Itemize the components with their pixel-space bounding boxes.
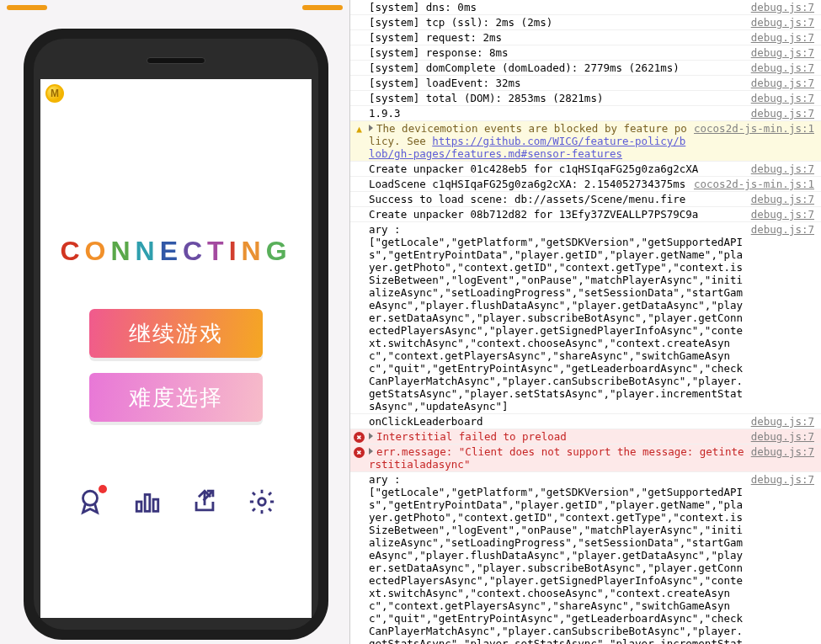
- coin-icon: M: [45, 84, 64, 103]
- simulator-pane: M 70 CONNECTING 继续游戏 难度选择: [0, 0, 349, 644]
- progress-bar-right: [302, 5, 343, 10]
- console-source-link[interactable]: debug.js:7: [751, 1, 814, 13]
- console-message: Create unpacker 01c428eb5 for c1qHSIqaFG…: [369, 162, 744, 175]
- console-row[interactable]: ary : ["getLocale","getPlatform","getSDK…: [350, 222, 821, 414]
- console-row[interactable]: [system] dns: 0msdebug.js:7: [350, 0, 821, 15]
- console-message: LoadScene c1qHSIqaFG25g0za6g2cXA: 2.1540…: [369, 178, 687, 190]
- share-icon[interactable]: [190, 487, 219, 516]
- console-row[interactable]: onClickLeaderboarddebug.js:7: [350, 414, 821, 429]
- console-message: [system] tcp (ssl): 2ms (2ms): [369, 16, 744, 29]
- console-message: Success to load scene: db://assets/Scene…: [369, 193, 744, 205]
- console-source-link[interactable]: debug.js:7: [751, 208, 814, 221]
- svg-rect-3: [153, 499, 158, 511]
- console-message: Interstitial failed to preload: [369, 430, 744, 443]
- console-row[interactable]: [system] total (DOM): 2853ms (2821ms)deb…: [350, 91, 821, 106]
- svg-point-0: [83, 491, 98, 505]
- console-source-link[interactable]: debug.js:7: [751, 16, 814, 29]
- console-message: [system] dns: 0ms: [369, 1, 744, 13]
- title-letter: N: [242, 236, 266, 267]
- console-message: onClickLeaderboard: [369, 415, 744, 428]
- title-letter: E: [160, 236, 183, 267]
- console-row[interactable]: Success to load scene: db://assets/Scene…: [350, 192, 821, 207]
- leaderboard-icon[interactable]: [133, 487, 162, 516]
- console-source-link[interactable]: debug.js:7: [751, 77, 814, 89]
- console-source-link[interactable]: debug.js:7: [751, 31, 814, 44]
- title-letter: O: [85, 236, 111, 267]
- svg-point-4: [259, 498, 266, 506]
- console-row[interactable]: LoadScene c1qHSIqaFG25g0za6g2cXA: 2.1540…: [350, 177, 821, 192]
- console-link[interactable]: https://github.com/WICG/feature-policy/b…: [369, 135, 685, 160]
- continue-game-button[interactable]: 继续游戏: [89, 309, 263, 358]
- console-message: [system] total (DOM): 2853ms (2821ms): [369, 92, 744, 104]
- console-source-link[interactable]: cocos2d-js-min.js:1: [694, 178, 814, 190]
- coin-hud: M 70: [45, 84, 94, 103]
- console-row[interactable]: Create unpacker 08b712d82 for 13Efy37ZVE…: [350, 207, 821, 222]
- console-source-link[interactable]: debug.js:7: [751, 430, 814, 443]
- icon-row: [40, 487, 312, 516]
- phone-speaker: [147, 57, 205, 64]
- console-row[interactable]: err.message: "Client does not support th…: [350, 444, 821, 472]
- difficulty-select-button[interactable]: 难度选择: [89, 373, 263, 422]
- phone-bezel: M 70 CONNECTING 继续游戏 难度选择: [34, 39, 318, 630]
- title-letter: N: [110, 236, 135, 267]
- console-message: Create unpacker 08b712d82 for 13Efy37ZVE…: [369, 208, 744, 221]
- console-source-link[interactable]: cocos2d-js-min.js:1: [694, 122, 814, 135]
- console-row[interactable]: [system] request: 2msdebug.js:7: [350, 30, 821, 45]
- console-source-link[interactable]: debug.js:7: [751, 223, 814, 236]
- console-row[interactable]: The devicemotion events are blocked by f…: [350, 121, 821, 162]
- console-row[interactable]: Create unpacker 01c428eb5 for c1qHSIqaFG…: [350, 162, 821, 177]
- console-message: [system] request: 2ms: [369, 31, 744, 44]
- title-letter: C: [60, 236, 84, 267]
- console-source-link[interactable]: debug.js:7: [751, 46, 814, 59]
- game-title: CONNECTING: [40, 236, 312, 267]
- svg-rect-2: [145, 495, 150, 512]
- svg-rect-1: [136, 502, 141, 511]
- phone-frame: M 70 CONNECTING 继续游戏 难度选择: [24, 29, 328, 640]
- console-message: [system] domComplete (domLoaded): 2779ms…: [369, 61, 744, 74]
- console-message: [system] response: 8ms: [369, 46, 744, 59]
- progress-bars: [0, 0, 349, 13]
- console-row[interactable]: 1.9.3debug.js:7: [350, 106, 821, 121]
- console-message: ary : ["getLocale","getPlatform","getSDK…: [369, 473, 744, 644]
- console-message: The devicemotion events are blocked by f…: [369, 122, 687, 160]
- console-source-link[interactable]: debug.js:7: [751, 92, 814, 104]
- console-message: 1.9.3: [369, 107, 744, 120]
- coin-count: 70: [62, 86, 94, 101]
- console-row[interactable]: [system] response: 8msdebug.js:7: [350, 45, 821, 61]
- menu-buttons: 继续游戏 难度选择: [40, 309, 312, 422]
- game-screen[interactable]: M 70 CONNECTING 继续游戏 难度选择: [40, 79, 312, 618]
- settings-icon[interactable]: [248, 487, 276, 516]
- disclosure-caret-icon[interactable]: [369, 433, 373, 439]
- title-letter: I: [229, 236, 242, 267]
- devtools-console[interactable]: [system] dns: 0msdebug.js:7[system] tcp …: [349, 0, 821, 644]
- badge-icon[interactable]: [76, 487, 104, 516]
- console-row[interactable]: ary : ["getLocale","getPlatform","getSDK…: [350, 472, 821, 644]
- console-source-link[interactable]: debug.js:7: [751, 445, 814, 458]
- title-letter: T: [207, 236, 229, 267]
- console-row[interactable]: [system] tcp (ssl): 2ms (2ms)debug.js:7: [350, 15, 821, 30]
- progress-bar-left: [7, 5, 47, 10]
- disclosure-caret-icon[interactable]: [369, 125, 373, 131]
- title-letter: C: [183, 236, 207, 267]
- notification-dot: [99, 485, 107, 493]
- console-source-link[interactable]: debug.js:7: [751, 193, 814, 205]
- console-row[interactable]: [system] loadEvent: 32msdebug.js:7: [350, 76, 821, 91]
- console-message: [system] loadEvent: 32ms: [369, 77, 744, 89]
- console-message: ary : ["getLocale","getPlatform","getSDK…: [369, 223, 744, 412]
- title-letter: G: [266, 236, 292, 267]
- console-source-link[interactable]: debug.js:7: [751, 473, 814, 486]
- console-source-link[interactable]: debug.js:7: [751, 107, 814, 120]
- console-source-link[interactable]: debug.js:7: [751, 162, 814, 175]
- console-source-link[interactable]: debug.js:7: [751, 61, 814, 74]
- console-source-link[interactable]: debug.js:7: [751, 415, 814, 428]
- console-message: err.message: "Client does not support th…: [369, 445, 744, 471]
- disclosure-caret-icon[interactable]: [369, 448, 373, 455]
- title-letter: N: [136, 236, 160, 267]
- console-row[interactable]: [system] domComplete (domLoaded): 2779ms…: [350, 61, 821, 76]
- console-row[interactable]: Interstitial failed to preloaddebug.js:7: [350, 429, 821, 444]
